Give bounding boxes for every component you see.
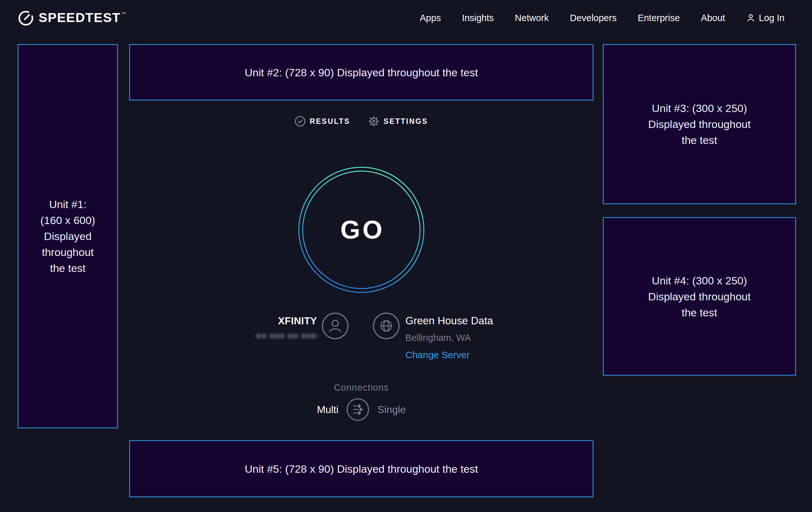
- server-name: Green House Data: [405, 315, 493, 327]
- ad-unit-3[interactable]: Unit #3: (300 x 250) Displayed throughou…: [603, 44, 796, 204]
- nav-item-apps[interactable]: Apps: [420, 13, 441, 23]
- tab-settings[interactable]: SETTINGS: [368, 115, 428, 127]
- isp-name: XFINITY: [278, 315, 317, 327]
- connections-toggle-icon[interactable]: [346, 398, 370, 421]
- ad-text-line: Displayed: [44, 228, 91, 244]
- ad-text-line: throughout: [42, 244, 94, 260]
- ad-text-line: Unit #4: (300 x 250): [652, 273, 747, 289]
- ad-unit-4[interactable]: Unit #4: (300 x 250) Displayed throughou…: [603, 217, 796, 376]
- isp-ip-redacted: ■■ ■■■ ■■ ■■■: [256, 331, 317, 340]
- nav-item-about[interactable]: About: [701, 13, 725, 23]
- brand-wordmark: SPEEDTEST: [38, 9, 121, 26]
- primary-nav: Apps Insights Network Developers Enterpr…: [420, 13, 785, 23]
- person-circle-icon: [321, 312, 349, 340]
- nav-item-insights[interactable]: Insights: [462, 13, 494, 23]
- ad-text-line: the test: [682, 304, 717, 321]
- speedtest-gauge-icon: [18, 10, 34, 26]
- top-nav-bar: SPEEDTEST ™ Apps Insights Network Develo…: [0, 0, 812, 36]
- brand-logo[interactable]: SPEEDTEST ™: [18, 9, 126, 26]
- ad-unit-1[interactable]: Unit #1: (160 x 600) Displayed throughou…: [18, 44, 118, 428]
- ad-text-line: the test: [682, 132, 717, 148]
- connections-label: Connections: [129, 382, 593, 393]
- change-server-link[interactable]: Change Server: [405, 350, 470, 360]
- ad-text-line: Unit #5: (728 x 90) Displayed throughout…: [244, 461, 478, 477]
- nav-item-developers[interactable]: Developers: [570, 13, 617, 23]
- ad-text-line: the test: [50, 260, 86, 276]
- connections-multi-label[interactable]: Multi: [317, 404, 339, 415]
- globe-circle-icon: [373, 312, 400, 340]
- tab-results[interactable]: RESULTS: [295, 116, 350, 127]
- server-info: Green House Data Bellingham, WA Change S…: [373, 312, 493, 360]
- connections-single-label[interactable]: Single: [377, 404, 406, 415]
- tab-results-label: RESULTS: [310, 117, 350, 126]
- nav-item-network[interactable]: Network: [515, 13, 549, 23]
- connections-toggle-row: Multi Single: [129, 398, 593, 421]
- trademark-symbol: ™: [121, 10, 126, 17]
- nav-item-login[interactable]: Log In: [746, 13, 785, 23]
- ad-text-line: Unit #2: (728 x 90) Displayed throughout…: [244, 64, 478, 80]
- gear-icon: [368, 115, 379, 127]
- go-button-label: GO: [297, 166, 425, 294]
- user-icon: [746, 13, 756, 23]
- ad-unit-5[interactable]: Unit #5: (728 x 90) Displayed throughout…: [129, 440, 593, 497]
- ad-text-line: Unit #1:: [49, 196, 86, 212]
- tab-settings-label: SETTINGS: [384, 117, 428, 126]
- ad-text-line: Displayed throughout: [648, 289, 750, 304]
- ad-unit-2[interactable]: Unit #2: (728 x 90) Displayed throughout…: [129, 44, 593, 101]
- tabs-row: RESULTS SETTINGS: [129, 115, 593, 127]
- nav-item-enterprise[interactable]: Enterprise: [638, 13, 679, 23]
- server-location: Bellingham, WA: [405, 332, 471, 343]
- ad-text-line: (160 x 600): [40, 212, 95, 228]
- check-circle-icon: [295, 116, 306, 127]
- ad-text-line: Displayed throughout: [648, 116, 750, 132]
- login-label: Log In: [759, 13, 785, 23]
- ad-text-line: Unit #3: (300 x 250): [652, 100, 747, 116]
- go-button[interactable]: GO: [297, 166, 425, 294]
- isp-info: XFINITY ■■ ■■■ ■■ ■■■: [256, 312, 349, 340]
